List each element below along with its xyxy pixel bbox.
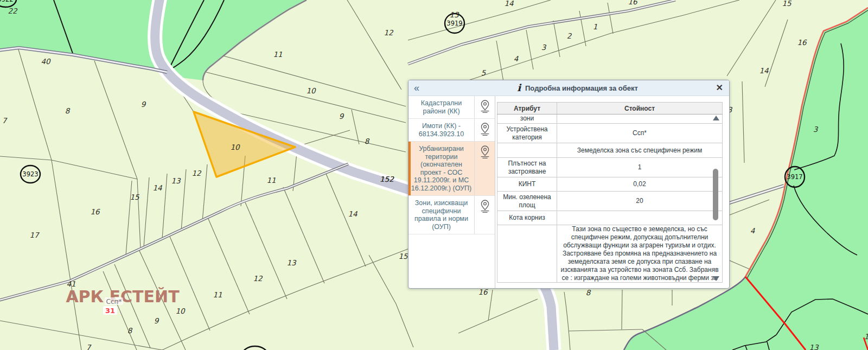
parcel-label: 15 [398,252,409,260]
parcel-label: 13 [171,176,181,185]
layer-item-2[interactable]: Урбанизирани територии (окончателен прое… [409,142,495,196]
attribute-value: Тази зона по същество е земеделска, но с… [557,225,723,283]
layer-zoom-cell[interactable] [474,96,495,118]
parcel-label: 13 [809,343,819,350]
parcel-label: 13 [449,10,459,19]
attribute-name: КИНТ [497,177,557,192]
parcel-label: 17 [29,231,40,239]
attribute-row-5: Мин. озеленена площ20 [497,192,723,211]
layer-item-label: Имоти (КК) - 68134.3923.10 [409,119,474,141]
map-pin-icon [479,145,491,159]
attribute-row-6: Кота корниз [497,211,723,225]
attribute-panel: Атрибут Стойност зониУстройствена катего… [495,96,729,288]
layer-zoom-cell[interactable] [474,119,495,141]
parcel-label: 16 [478,288,488,296]
panel-title: Подробна информация за обект [525,84,638,92]
parcel-label: 11 [213,290,222,299]
map-pin-icon [479,199,491,213]
parcel-label: 11 [266,176,276,184]
road-number-label: 152 [380,175,394,183]
parcel-label: 2 [567,31,572,40]
table-header-row: Атрибут Стойност [497,103,723,114]
info-panel-body: Кадастрални райони (КК)Имоти (КК) - 6813… [409,96,729,288]
parcel-label: 9 [154,316,159,325]
layer-zoom-cell[interactable] [474,142,495,195]
parcel-label: 8 [127,326,133,335]
cadastral-district-number: 3923 [22,170,38,178]
pink-parcel-number: 31 [105,307,115,315]
parcel-label: 14 [504,0,514,8]
attribute-row-4: КИНТ0,02 [497,177,723,192]
scroll-thumb[interactable] [713,169,718,220]
parcel-label: 12 [192,169,202,177]
attribute-value [557,114,723,124]
parcel-label: 9 [339,112,344,120]
parcel-label: 15 [130,193,140,201]
attribute-row-7: Тази зона по същество е земеделска, но с… [497,225,723,283]
gis-map-application: 3922391939233917 22407891112109812131115… [0,0,868,350]
attribute-value: Земеделска зона със специфичен режим [557,143,723,158]
parcel-label: 11 [273,50,282,59]
parcel-label: 8 [65,106,71,115]
layer-item-0[interactable]: Кадастрални райони (КК) [409,96,495,119]
attribute-value [557,211,723,225]
parcel-label: 40 [41,57,51,66]
parcel-label: 12 [384,28,394,37]
parcel-label: 1 [593,22,598,31]
layer-item-3[interactable]: Зони, изискващи специфични правила и нор… [409,196,495,234]
attribute-row-2: Земеделска зона със специфичен режим [497,143,723,158]
parcel-label: 16 [628,0,638,6]
attribute-value: 1 [557,158,723,177]
map-pin-icon [479,99,491,113]
parcel-label: 3 [813,125,819,133]
attribute-row-1: Устройствена категорияСсп* [497,124,723,143]
collapse-panel-button[interactable]: « [414,82,419,94]
layer-zoom-cell[interactable] [474,196,495,234]
attribute-name: Кота корниз [497,211,557,225]
attribute-row-0: зони [497,114,723,124]
map-pin-icon [479,122,491,136]
zone-code-label: Ссп* [106,298,122,306]
selected-parcel-label: 10 [230,143,240,151]
parcel-label: 16 [90,207,100,216]
attribute-name [497,143,557,158]
cadastral-district-number: 3919 [446,20,462,27]
parcel-label: 8 [586,288,591,297]
parcel-label: 8 [365,137,370,145]
attribute-name: Устройствена категория [497,124,557,143]
parcel-label: 1 [864,332,868,341]
parcel-label: 14 [152,183,162,192]
attribute-name [497,225,557,283]
parcel-label: 10 [306,86,316,95]
attribute-value: Ссп* [557,124,723,143]
layer-item-label: Зони, изискващи специфични правила и нор… [409,196,474,234]
close-panel-button[interactable]: ✕ [716,82,723,93]
layer-item-label: Кадастрални райони (КК) [409,96,474,118]
parcel-label: 15 [782,0,792,8]
attribute-value: 20 [557,192,723,211]
parcel-label: 16 [797,38,807,47]
scroll-down-arrow[interactable] [713,276,719,281]
attribute-name: Плътност на застрояване [497,158,557,177]
info-panel: « i Подробна информация за обект ✕ Кадас… [408,80,730,289]
parcel-label: 14 [348,209,358,218]
parcel-label: 4 [514,54,519,63]
layer-item-1[interactable]: Имоти (КК) - 68134.3923.10 [409,119,495,142]
value-column-header: Стойност [557,103,723,114]
parcel-label: 5 [481,68,487,77]
attribute-row-3: Плътност на застрояване1 [497,158,723,177]
scroll-up-arrow[interactable] [713,116,719,120]
parcel-label: 10 [175,307,186,315]
selected-layer-indicator [409,142,411,195]
cadastral-district-number: 3917 [787,173,802,181]
layer-item-label: Урбанизирани територии (окончателен прое… [409,142,474,195]
table-scrollbar[interactable] [712,114,720,282]
attribute-column-header: Атрибут [497,103,557,114]
info-icon: i [517,82,521,93]
parcel-label: 3 [541,43,547,52]
parcel-label: 7 [86,343,92,350]
layer-list: Кадастрални райони (КК)Имоти (КК) - 6813… [409,96,495,288]
parcel-label: 12 [253,274,263,283]
attribute-table: Атрибут Стойност зониУстройствена катего… [497,102,723,283]
cadastral-district-number: 3922 [0,0,14,3]
